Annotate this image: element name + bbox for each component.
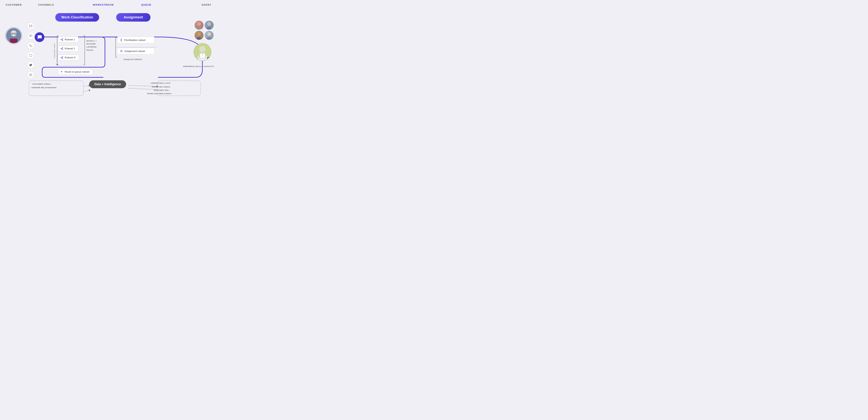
agent-2-status-badge — [211, 27, 213, 29]
agent-avatar-2 — [205, 21, 214, 30]
twitter-channel-icon[interactable] — [27, 61, 34, 69]
ruleset-2-label: Ruleset 2 — [65, 47, 75, 50]
efficient-ops-label: EFFICIENT OPS→ — [154, 89, 170, 91]
deeper-relationships-label: ↗DEEPER RELATIONSHIPS — [31, 87, 57, 89]
chat-bubble-icon — [35, 32, 44, 42]
agent-avatar-1 — [194, 21, 204, 30]
svg-point-57 — [197, 32, 201, 36]
svg-point-59 — [207, 32, 211, 36]
svg-point-62 — [199, 46, 206, 52]
agent-4-status-badge — [211, 37, 213, 39]
svg-line-38 — [61, 39, 62, 39]
agent-row-2 — [194, 31, 214, 40]
manual-ml-label: MANUAL +MACHINELEARNINGRULES — [87, 39, 97, 52]
svg-point-41 — [62, 48, 63, 48]
svg-marker-21 — [56, 64, 58, 66]
svg-point-46 — [62, 56, 63, 57]
widget-channel-icon[interactable] — [27, 52, 34, 59]
agent-1-status-badge — [201, 27, 203, 29]
assignment-badge: Assignment — [116, 13, 151, 22]
employee-signal-label: ←EMPLOYEE SIGNAL — [150, 86, 170, 88]
assignment-ruleset-box[interactable]: Assignment ruleset — [117, 48, 155, 54]
main-agent-avatar — [193, 43, 211, 61]
ruleset-n-label: Ruleset N — [65, 56, 75, 59]
svg-line-34 — [128, 88, 157, 90]
svg-rect-6 — [10, 39, 18, 43]
data-intelligence-pill: Data + Intelligence — [89, 80, 126, 88]
svg-line-30 — [83, 90, 90, 91]
sms-channel-icon[interactable] — [27, 32, 34, 39]
operational-data-label: ←OPERATIONAL DATA — [149, 82, 170, 84]
customer-signal-label: CUSTOMER SIGNAL→ — [32, 83, 53, 85]
messenger-channel-icon[interactable] — [27, 71, 34, 79]
queue-header: QUEUE — [141, 3, 151, 6]
svg-line-43 — [61, 48, 62, 49]
workstream-header: WORKSTREAM — [93, 3, 114, 6]
svg-point-45 — [61, 57, 61, 58]
ruleset-1-box[interactable]: Ruleset 1 — [58, 36, 79, 43]
email-channel-icon[interactable] — [27, 23, 34, 30]
assignment-method-label: Assignment Method — [124, 58, 142, 60]
customer-avatar — [5, 27, 22, 44]
channels-column — [27, 23, 34, 79]
prioritisation-label: Prioritisation ruleset — [124, 39, 146, 41]
svg-point-55 — [207, 22, 211, 26]
ruleset-n-box[interactable]: Ruleset N — [58, 55, 79, 60]
svg-point-1 — [11, 30, 17, 36]
agent-section — [194, 21, 214, 41]
svg-line-48 — [61, 57, 62, 57]
svg-marker-31 — [89, 89, 90, 91]
svg-line-39 — [61, 39, 62, 40]
main-agent-status-badge — [207, 56, 210, 60]
customer-header: CUSTOMER — [6, 3, 22, 6]
agent-header: AGENT — [202, 3, 211, 6]
ruleset-1-label: Ruleset 1 — [65, 38, 75, 41]
prioritisation-ruleset-box[interactable]: Prioritisation ruleset — [117, 36, 155, 44]
agent-row-1 — [194, 21, 214, 30]
agent-3-status-badge — [201, 37, 203, 39]
channels-header: CHANNELS — [38, 3, 54, 6]
effective-employees-label: EFFECTIVE EMPLOYEES↗ — [147, 93, 172, 94]
svg-point-40 — [61, 48, 61, 49]
assignment-ruleset-label: Assignment ruleset — [124, 50, 145, 53]
svg-line-49 — [61, 58, 62, 58]
header-labels: CUSTOMER CHANNELS WORKSTREAM QUEUE AGENT — [0, 0, 217, 6]
route-to-queue-label: Route to queue ruleset — [65, 71, 89, 73]
ruleset-2-box[interactable]: Ruleset 2 — [58, 46, 79, 51]
svg-marker-11 — [29, 54, 32, 57]
svg-point-47 — [62, 58, 63, 59]
svg-point-36 — [62, 38, 63, 39]
svg-point-52 — [121, 50, 122, 51]
work-classification-badge: Work Classification — [55, 13, 99, 22]
diagram-container: CUSTOMER CHANNELS WORKSTREAM QUEUE AGENT — [0, 0, 217, 105]
agent-avatar-4 — [205, 31, 214, 40]
agent-avatar-3 — [194, 31, 204, 40]
svg-point-42 — [62, 49, 63, 50]
svg-point-35 — [61, 39, 61, 40]
svg-line-44 — [61, 49, 62, 49]
svg-rect-8 — [29, 35, 32, 36]
presence-skills-capacity-labels: PRESENCE SKILLS CAPACITY — [183, 65, 214, 68]
svg-line-28 — [83, 85, 90, 87]
route-to-queue-box[interactable]: Route to queue ruleset — [58, 69, 93, 75]
svg-point-37 — [62, 40, 63, 41]
svg-point-53 — [197, 22, 201, 26]
phone-channel-icon[interactable] — [27, 42, 34, 49]
execution-order-label: ↓ Execution order — [54, 43, 56, 59]
